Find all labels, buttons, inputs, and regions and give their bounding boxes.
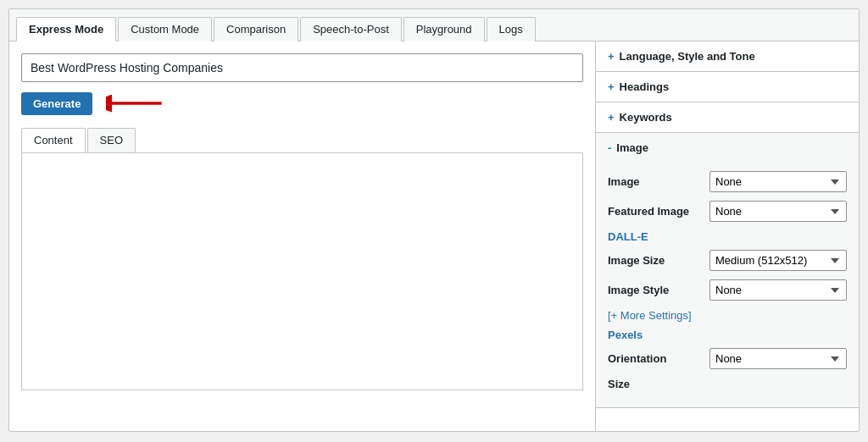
tab-speech-to-post[interactable]: Speech-to-Post — [300, 17, 402, 41]
accordion-language-sign: + — [608, 50, 615, 63]
orientation-field-row: Orientation None Landscape Portrait Squa… — [608, 348, 847, 369]
accordion-image-sign: - — [608, 141, 611, 154]
image-style-field-row: Image Style None Vivid Natural — [608, 279, 847, 301]
accordion-image-body: Image None Auto Custom Featured Image No… — [596, 163, 859, 407]
generate-button[interactable]: Generate — [21, 92, 92, 115]
accordion-headings: + Headings — [596, 72, 859, 102]
size-label: Size — [608, 378, 709, 390]
right-panel: + Language, Style and Tone + Headings + … — [596, 41, 859, 431]
featured-image-field-row: Featured Image None Auto Custom — [608, 201, 847, 222]
sub-tab-seo[interactable]: SEO — [87, 128, 136, 152]
featured-image-label: Featured Image — [608, 205, 709, 218]
image-size-label: Image Size — [608, 254, 709, 267]
more-settings-link[interactable]: [+ More Settings] — [608, 309, 847, 322]
image-label: Image — [608, 175, 709, 188]
accordion-headings-label: Headings — [620, 80, 670, 93]
topic-input[interactable] — [21, 53, 583, 82]
accordion-headings-sign: + — [608, 80, 615, 93]
tabs-bar: Express Mode Custom Mode Comparison Spee… — [9, 9, 859, 41]
accordion-keywords-label: Keywords — [620, 111, 672, 124]
main-container: Express Mode Custom Mode Comparison Spee… — [8, 8, 860, 432]
tab-custom-mode[interactable]: Custom Mode — [118, 17, 212, 41]
image-style-label: Image Style — [608, 284, 709, 296]
generate-row: Generate — [21, 91, 583, 116]
accordion-language: + Language, Style and Tone — [596, 41, 859, 72]
left-panel: Generate Content — [9, 41, 596, 431]
image-style-select[interactable]: None Vivid Natural — [709, 279, 847, 301]
tab-comparison[interactable]: Comparison — [214, 17, 298, 41]
dall-e-link[interactable]: DALL-E — [608, 230, 847, 243]
featured-image-select[interactable]: None Auto Custom — [709, 201, 847, 222]
size-field-row: Size — [608, 378, 847, 390]
accordion-image-header[interactable]: - Image — [596, 133, 859, 163]
orientation-label: Orientation — [608, 352, 709, 365]
accordion-image: - Image Image None Auto Custom — [596, 133, 859, 408]
accordion-keywords-header[interactable]: + Keywords — [596, 102, 859, 132]
orientation-select[interactable]: None Landscape Portrait Square — [709, 348, 847, 369]
image-field-row: Image None Auto Custom — [608, 171, 847, 192]
main-layout: Generate Content — [9, 41, 859, 431]
arrow-icon — [106, 91, 165, 116]
accordion-keywords: + Keywords — [596, 102, 859, 133]
image-size-select[interactable]: Small (256x256) Medium (512x512) Large (… — [709, 250, 847, 271]
pexels-link[interactable]: Pexels — [608, 329, 847, 341]
image-select[interactable]: None Auto Custom — [709, 171, 847, 192]
tab-express-mode[interactable]: Express Mode — [16, 17, 116, 41]
sub-tab-content[interactable]: Content — [21, 128, 86, 152]
sub-tabs: Content SEO — [21, 128, 583, 153]
accordion-language-label: Language, Style and Tone — [620, 50, 755, 63]
arrow-container — [106, 91, 165, 116]
content-area[interactable] — [21, 153, 583, 390]
accordion-keywords-sign: + — [608, 111, 615, 124]
tab-playground[interactable]: Playground — [403, 17, 485, 41]
tab-logs[interactable]: Logs — [487, 17, 536, 41]
accordion-headings-header[interactable]: + Headings — [596, 72, 859, 102]
accordion-language-header[interactable]: + Language, Style and Tone — [596, 41, 859, 71]
accordion-image-label: Image — [616, 141, 648, 154]
image-size-field-row: Image Size Small (256x256) Medium (512x5… — [608, 250, 847, 271]
